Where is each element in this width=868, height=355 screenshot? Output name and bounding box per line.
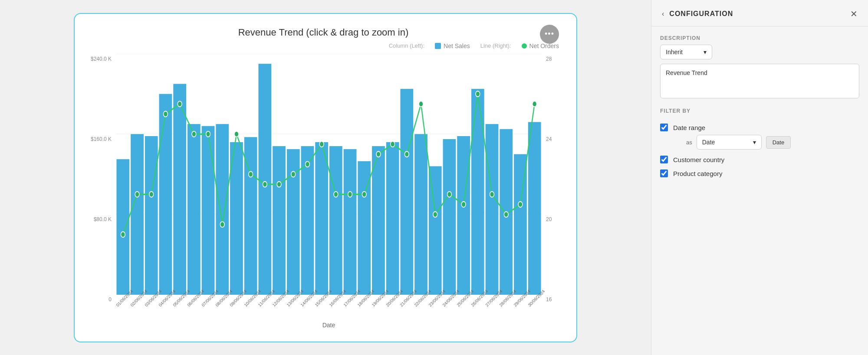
- svg-point-47: [306, 161, 310, 167]
- inherit-label: Inherit: [666, 49, 683, 55]
- filter-row-date: Date range: [660, 124, 859, 131]
- svg-point-53: [391, 141, 395, 147]
- main-area: Revenue Trend (click & drag to zoom in) …: [0, 0, 651, 355]
- close-icon: ✕: [850, 9, 858, 19]
- bars-area[interactable]: [116, 54, 542, 295]
- chart-svg: [116, 54, 542, 295]
- svg-rect-14: [258, 64, 271, 295]
- svg-point-39: [192, 131, 196, 137]
- svg-point-58: [461, 202, 466, 207]
- bar-legend-color: [435, 43, 441, 49]
- svg-point-55: [419, 101, 423, 107]
- svg-rect-26: [429, 166, 442, 295]
- svg-rect-23: [386, 142, 399, 294]
- inherit-dropdown[interactable]: Inherit ▾: [660, 45, 712, 59]
- svg-point-48: [319, 141, 324, 147]
- line-legend-text: Net Orders: [529, 42, 559, 49]
- svg-rect-6: [145, 136, 158, 294]
- chart-title-row: Revenue Trend (click & drag to zoom in) …: [88, 27, 559, 38]
- more-options-button[interactable]: •••: [540, 25, 559, 44]
- svg-point-50: [348, 191, 352, 197]
- date-type-select[interactable]: Date ▾: [697, 135, 762, 150]
- svg-rect-17: [301, 146, 314, 295]
- right-panel: ‹ CONFIGURATION ✕ DESCRIPTION Inherit ▾ …: [651, 0, 868, 355]
- svg-rect-18: [315, 142, 328, 294]
- x-axis-labels: 01/06/202402/06/202403/06/202404/06/2024…: [116, 295, 542, 321]
- svg-rect-15: [273, 146, 286, 295]
- as-label: as: [686, 139, 692, 146]
- description-textarea[interactable]: [660, 64, 859, 98]
- svg-rect-7: [159, 94, 172, 294]
- svg-rect-5: [131, 134, 144, 295]
- chart-card: Revenue Trend (click & drag to zoom in) …: [74, 13, 577, 342]
- svg-point-49: [334, 191, 338, 197]
- svg-point-60: [490, 191, 494, 197]
- svg-rect-20: [344, 149, 357, 295]
- chart-legend: Column (Left): Net Sales Line (Right): N…: [88, 42, 559, 49]
- svg-point-37: [164, 111, 168, 117]
- svg-point-61: [504, 212, 508, 217]
- svg-point-42: [234, 131, 239, 137]
- svg-point-52: [376, 151, 381, 157]
- y-axis-right: 28 24 20 16: [542, 54, 559, 329]
- svg-point-35: [135, 191, 139, 197]
- more-icon: •••: [545, 29, 554, 39]
- dropdown-chevron-icon: ▾: [704, 49, 707, 55]
- svg-rect-27: [443, 139, 456, 294]
- product-category-label: Product category: [673, 170, 859, 177]
- description-label: DESCRIPTION: [660, 35, 859, 41]
- customer-country-label: Customer country: [673, 156, 859, 163]
- chart-inner: 01/06/202402/06/202403/06/202404/06/2024…: [116, 54, 542, 329]
- svg-rect-11: [216, 124, 229, 295]
- svg-point-59: [476, 91, 480, 97]
- svg-rect-8: [173, 84, 186, 295]
- svg-point-46: [291, 171, 296, 177]
- bar-legend-item: Net Sales: [435, 42, 470, 49]
- back-button[interactable]: ‹: [660, 10, 666, 18]
- left-legend-label: Column (Left):: [389, 42, 424, 49]
- date-range-label: Date range: [673, 124, 859, 131]
- svg-point-43: [249, 171, 253, 177]
- date-range-checkbox[interactable]: [660, 124, 668, 131]
- svg-point-62: [518, 202, 523, 207]
- customer-country-checkbox[interactable]: [660, 156, 668, 163]
- svg-point-41: [220, 221, 224, 227]
- svg-rect-30: [486, 124, 499, 295]
- product-category-checkbox[interactable]: [660, 169, 668, 177]
- filter-by-section: FILTER BY Date range as Date ▾ Date Cust…: [660, 108, 859, 177]
- line-legend-color: [522, 43, 527, 49]
- description-section: DESCRIPTION Inherit ▾: [660, 35, 859, 100]
- panel-title: CONFIGURATION: [669, 10, 845, 18]
- svg-point-63: [533, 101, 537, 107]
- svg-rect-19: [329, 146, 342, 295]
- filter-by-label: FILTER BY: [660, 108, 859, 114]
- svg-point-44: [263, 181, 267, 187]
- filter-row-customer-country: Customer country: [660, 156, 859, 163]
- svg-rect-29: [471, 89, 484, 295]
- svg-point-54: [404, 151, 409, 157]
- svg-point-34: [121, 231, 125, 237]
- svg-rect-25: [414, 134, 427, 295]
- svg-point-40: [206, 131, 210, 137]
- chart-container: $240.0 K $160.0 K $80.0 K 0 01/06/2024: [88, 54, 559, 329]
- svg-point-57: [447, 191, 452, 197]
- svg-rect-24: [400, 89, 413, 295]
- svg-rect-28: [457, 136, 470, 294]
- svg-point-45: [277, 181, 281, 187]
- line-legend-item: Net Orders: [522, 42, 559, 49]
- svg-point-38: [178, 101, 182, 107]
- svg-rect-10: [202, 126, 215, 294]
- chart-title: Revenue Trend (click & drag to zoom in): [238, 27, 409, 38]
- date-option-tooltip: Date: [766, 136, 791, 149]
- svg-rect-33: [528, 122, 541, 294]
- y-axis-left: $240.0 K $160.0 K $80.0 K 0: [88, 54, 116, 329]
- date-select-row: as Date ▾ Date: [673, 135, 859, 150]
- filter-row-product-category: Product category: [660, 169, 859, 177]
- date-select-value: Date: [702, 139, 715, 146]
- svg-point-56: [433, 212, 437, 217]
- svg-rect-9: [187, 124, 201, 295]
- back-icon: ‹: [662, 10, 664, 17]
- panel-body: DESCRIPTION Inherit ▾ FILTER BY Date ran…: [651, 26, 868, 186]
- close-button[interactable]: ✕: [848, 9, 859, 19]
- bar-legend-text: Net Sales: [444, 42, 470, 49]
